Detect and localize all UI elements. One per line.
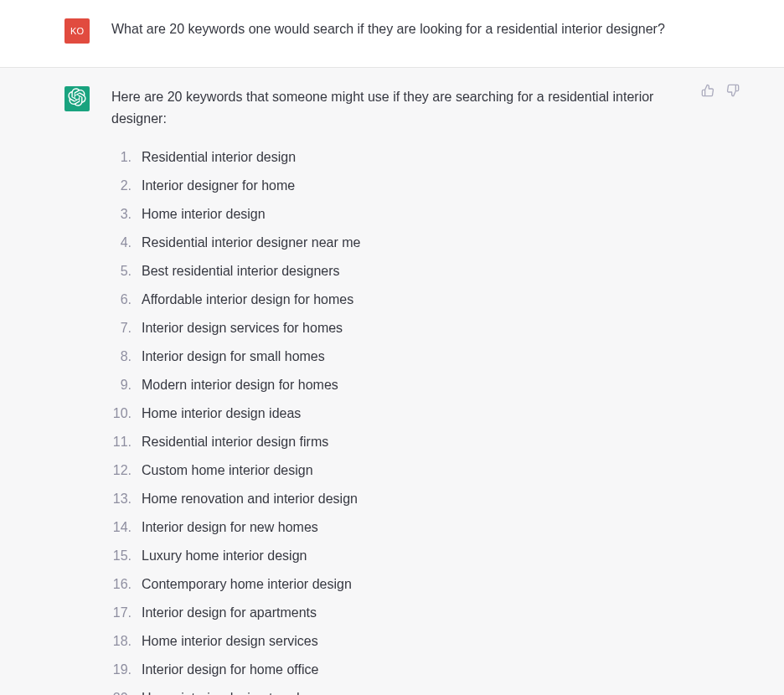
assistant-avatar: [64, 86, 90, 111]
feedback-controls: [700, 85, 740, 100]
list-number: 5.: [111, 260, 132, 283]
list-item-text: Interior design for new homes: [142, 516, 318, 539]
list-item-text: Home interior design ideas: [142, 402, 301, 425]
list-item-text: Residential interior design: [142, 146, 296, 169]
openai-logo-icon: [68, 88, 86, 110]
user-message-text: What are 20 keywords one would search if…: [111, 17, 720, 40]
list-item-text: Contemporary home interior design: [142, 573, 352, 596]
list-number: 4.: [111, 231, 132, 255]
list-item-text: Home renovation and interior design: [142, 487, 358, 511]
list-item: 15.Luxury home interior design: [111, 544, 720, 568]
list-item: 18.Home interior design services: [111, 630, 720, 653]
assistant-content: Here are 20 keywords that someone might …: [111, 85, 720, 695]
list-item: 6.Affordable interior design for homes: [111, 288, 720, 311]
list-item: 9.Modern interior design for homes: [111, 373, 720, 397]
assistant-message: Here are 20 keywords that someone might …: [0, 67, 784, 695]
list-item-text: Best residential interior designers: [142, 260, 340, 283]
list-item: 4.Residential interior designer near me: [111, 231, 720, 255]
list-number: 6.: [111, 288, 132, 311]
list-number: 15.: [111, 544, 132, 568]
list-number: 8.: [111, 345, 132, 368]
list-number: 12.: [111, 459, 132, 482]
list-item-text: Home interior design trends.: [142, 687, 310, 695]
keyword-list: 1.Residential interior design2.Interior …: [111, 146, 720, 695]
list-number: 10.: [111, 402, 132, 425]
list-number: 19.: [111, 658, 132, 682]
list-number: 14.: [111, 516, 132, 539]
list-item-text: Residential interior designer near me: [142, 231, 360, 255]
list-item: 8.Interior design for small homes: [111, 345, 720, 368]
thumbs-up-button[interactable]: [700, 85, 715, 100]
list-item: 7.Interior design services for homes: [111, 317, 720, 340]
list-item-text: Residential interior design firms: [142, 430, 328, 454]
list-item-text: Interior design for small homes: [142, 345, 325, 368]
list-number: 7.: [111, 317, 132, 340]
list-number: 16.: [111, 573, 132, 596]
list-item: 5.Best residential interior designers: [111, 260, 720, 283]
list-number: 1.: [111, 146, 132, 169]
list-item-text: Modern interior design for homes: [142, 373, 338, 397]
list-item-text: Custom home interior design: [142, 459, 313, 482]
list-number: 18.: [111, 630, 132, 653]
list-item-text: Interior design for home office: [142, 658, 318, 682]
user-avatar: KO: [64, 18, 90, 44]
list-item: 13.Home renovation and interior design: [111, 487, 720, 511]
list-number: 11.: [111, 430, 132, 454]
list-item-text: Interior design services for homes: [142, 317, 343, 340]
list-number: 13.: [111, 487, 132, 511]
list-item: 11.Residential interior design firms: [111, 430, 720, 454]
list-item-text: Affordable interior design for homes: [142, 288, 353, 311]
list-item: 16.Contemporary home interior design: [111, 573, 720, 596]
list-item: 17.Interior design for apartments: [111, 601, 720, 625]
user-message: KO What are 20 keywords one would search…: [0, 0, 784, 67]
list-item: 14.Interior design for new homes: [111, 516, 720, 539]
list-item-text: Luxury home interior design: [142, 544, 307, 568]
thumbs-down-button[interactable]: [725, 85, 740, 100]
list-item: 2.Interior designer for home: [111, 174, 720, 198]
list-item: 20.Home interior design trends.: [111, 687, 720, 695]
list-number: 20.: [111, 687, 132, 695]
list-item: 10.Home interior design ideas: [111, 402, 720, 425]
list-item: 1.Residential interior design: [111, 146, 720, 169]
list-number: 2.: [111, 174, 132, 198]
list-item-text: Interior design for apartments: [142, 601, 317, 625]
thumbs-down-icon: [726, 84, 740, 100]
list-item: 3.Home interior design: [111, 203, 720, 226]
list-item-text: Home interior design: [142, 203, 266, 226]
user-avatar-initials: KO: [70, 26, 84, 36]
list-item-text: Home interior design services: [142, 630, 318, 653]
list-item: 19.Interior design for home office: [111, 658, 720, 682]
list-number: 17.: [111, 601, 132, 625]
thumbs-up-icon: [701, 84, 714, 100]
assistant-intro-text: Here are 20 keywords that someone might …: [111, 86, 689, 129]
list-item-text: Interior designer for home: [142, 174, 295, 198]
list-number: 3.: [111, 203, 132, 226]
list-number: 9.: [111, 373, 132, 397]
list-item: 12.Custom home interior design: [111, 459, 720, 482]
